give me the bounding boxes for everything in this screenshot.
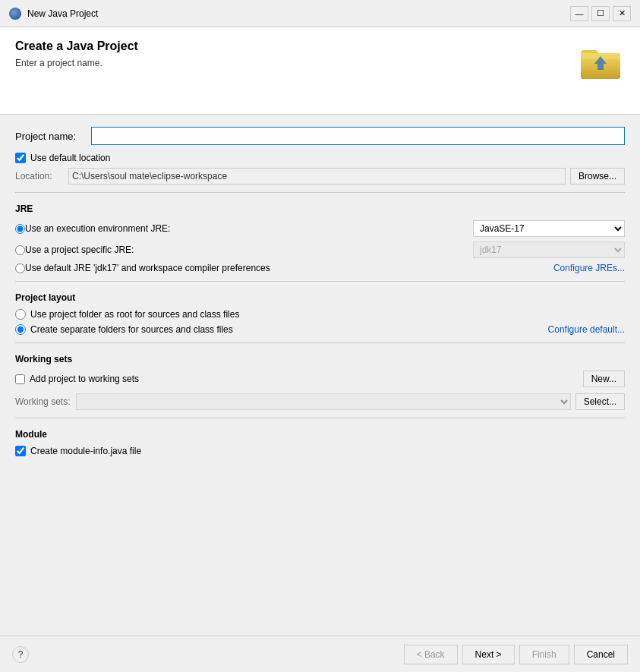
- window-title: New Java Project: [27, 8, 570, 19]
- location-label: Location:: [15, 171, 68, 181]
- page-subtitle: Enter a project name.: [15, 58, 138, 68]
- next-button[interactable]: Next >: [462, 645, 515, 664]
- jre-default-label: Use default JRE 'jdk17' and workspace co…: [25, 263, 547, 273]
- working-sets-title: Working sets: [15, 351, 625, 364]
- header-folder-icon: [579, 43, 625, 88]
- project-name-row: Project name:: [15, 127, 625, 145]
- jre-section: JRE Use an execution environment JRE: Ja…: [15, 200, 625, 273]
- layout-option-root: Use project folder as root for sources a…: [15, 309, 625, 320]
- working-sets-select[interactable]: [76, 393, 571, 410]
- location-input[interactable]: [68, 168, 566, 185]
- layout-folders-label: Create separate folders for sources and …: [30, 324, 233, 335]
- close-button[interactable]: ✕: [613, 6, 631, 21]
- divider-module: [15, 418, 625, 418]
- jre-section-title: JRE: [15, 200, 625, 214]
- minimize-button[interactable]: —: [570, 6, 588, 21]
- cancel-button[interactable]: Cancel: [574, 645, 628, 664]
- project-name-label: Project name:: [15, 131, 91, 142]
- help-button[interactable]: ?: [12, 646, 29, 663]
- layout-root-label: Use project folder as root for sources a…: [30, 309, 239, 320]
- location-row: Location: Browse...: [15, 168, 625, 185]
- divider-layout: [15, 281, 625, 282]
- configure-jres-link[interactable]: Configure JREs...: [553, 263, 625, 273]
- header-text: Create a Java Project Enter a project na…: [15, 39, 138, 68]
- page-title: Create a Java Project: [15, 39, 138, 53]
- configure-default-link[interactable]: Configure default...: [548, 324, 625, 335]
- jre-execution-radio[interactable]: [15, 224, 25, 234]
- divider-working-sets: [15, 342, 625, 343]
- main-content: Project name: Use default location Locat…: [0, 115, 640, 636]
- layout-option-folders: Create separate folders for sources and …: [15, 324, 625, 335]
- browse-button[interactable]: Browse...: [570, 168, 625, 185]
- working-sets-new-button[interactable]: New...: [583, 371, 625, 387]
- project-layout-section: Project layout Use project folder as roo…: [15, 289, 625, 335]
- working-sets-select-button[interactable]: Select...: [575, 393, 625, 410]
- jre-default-radio[interactable]: [15, 263, 25, 273]
- jre-specific-label: Use a project specific JRE:: [25, 245, 473, 255]
- restore-button[interactable]: ☐: [591, 6, 610, 21]
- back-button[interactable]: < Back: [404, 645, 458, 664]
- window-controls: — ☐ ✕: [570, 6, 631, 21]
- module-section: Module Create module-info.java file: [15, 426, 625, 456]
- working-sets-select-row: Working sets: Select...: [15, 393, 625, 410]
- spacer: [15, 464, 625, 510]
- add-to-working-sets-label: Add project to working sets: [30, 374, 579, 384]
- use-default-location-row: Use default location: [15, 153, 625, 163]
- create-module-row: Create module-info.java file: [15, 446, 625, 456]
- create-module-checkbox[interactable]: [15, 446, 26, 456]
- working-sets-section: Working sets Add project to working sets…: [15, 351, 625, 410]
- jre-specific-dropdown[interactable]: jdk17 jdk11: [473, 241, 625, 258]
- finish-button[interactable]: Finish: [519, 645, 569, 664]
- jre-option-specific: Use a project specific JRE: jdk17 jdk11: [15, 241, 625, 258]
- jre-option-execution: Use an execution environment JRE: JavaSE…: [15, 220, 625, 237]
- working-sets-add-row: Add project to working sets New...: [15, 371, 625, 387]
- add-to-working-sets-checkbox[interactable]: [15, 374, 25, 384]
- app-icon: [9, 8, 21, 20]
- jre-option-default: Use default JRE 'jdk17' and workspace co…: [15, 263, 625, 273]
- layout-folders-radio[interactable]: [15, 324, 26, 335]
- create-module-label: Create module-info.java file: [30, 446, 141, 456]
- use-default-location-label: Use default location: [30, 153, 110, 163]
- jre-execution-label: Use an execution environment JRE:: [25, 223, 473, 234]
- header-section: Create a Java Project Enter a project na…: [0, 27, 640, 115]
- project-layout-title: Project layout: [15, 289, 625, 303]
- jre-execution-dropdown[interactable]: JavaSE-17 JavaSE-11 JavaSE-8: [473, 220, 625, 237]
- module-section-title: Module: [15, 426, 625, 440]
- use-default-location-checkbox[interactable]: [15, 153, 26, 163]
- footer: ? < Back Next > Finish Cancel: [0, 636, 640, 672]
- divider-jre: [15, 192, 625, 193]
- jre-specific-radio[interactable]: [15, 245, 25, 255]
- layout-root-radio[interactable]: [15, 309, 26, 320]
- title-bar: New Java Project — ☐ ✕: [0, 0, 640, 27]
- project-name-input[interactable]: [91, 127, 625, 145]
- working-sets-label: Working sets:: [15, 396, 76, 407]
